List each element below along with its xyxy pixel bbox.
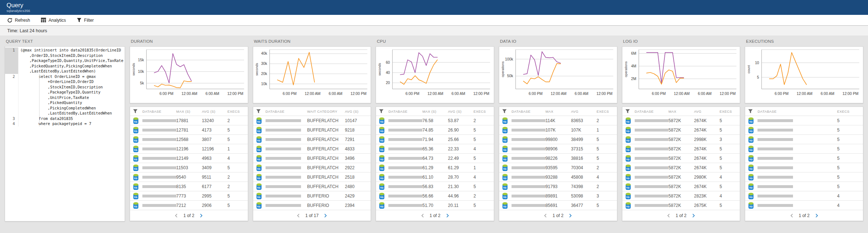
database-sql-label: SQL	[625, 177, 631, 179]
column-header: AVG (S)	[448, 109, 473, 113]
prev-page-button[interactable]	[296, 213, 301, 218]
table-row[interactable]: SQL5	[745, 182, 863, 191]
sql-database-icon: SQL	[256, 202, 262, 209]
database-sql-label: SQL	[502, 196, 508, 198]
table-row[interactable]: SQL89891530983	[499, 191, 617, 200]
cell-value: 3807	[202, 137, 228, 142]
table-row[interactable]: SQL1150334095	[130, 163, 248, 172]
table-row[interactable]: SQL98226388165	[499, 153, 617, 163]
table-row[interactable]: SQL74.8526.905	[376, 125, 494, 134]
cell-value: 38499	[571, 137, 597, 142]
table-row[interactable]: SQL91793743982	[499, 182, 617, 191]
prev-page-button[interactable]	[174, 213, 179, 218]
table-row[interactable]: SQL721229065	[130, 200, 248, 210]
table-row[interactable]: SQL5872K2998K3	[622, 134, 740, 144]
table-row[interactable]: SQLBUFFERLATCH2480	[253, 182, 371, 191]
table-row[interactable]: SQL5	[745, 116, 863, 125]
analytics-button[interactable]: Analytics	[41, 18, 66, 23]
filter-button[interactable]: Filter	[77, 18, 94, 23]
table-row[interactable]: SQL1256838075	[130, 134, 248, 144]
table-row[interactable]: SQL5872K2674K5	[622, 125, 740, 134]
table-row[interactable]: SQL61.1028.704	[376, 172, 494, 182]
table-row[interactable]: SQL5872K2674K5	[622, 182, 740, 191]
table-row[interactable]: SQL56.6644.962	[376, 191, 494, 200]
table-row[interactable]: SQL76.5853.872	[376, 116, 494, 125]
table-row[interactable]: SQL5872K2674K5	[622, 153, 740, 163]
table-filter-icon[interactable]	[256, 109, 266, 113]
cell-value: 3	[719, 137, 736, 142]
table-row[interactable]: SQLBUFFERLATCH2922	[253, 163, 371, 172]
table-row[interactable]: SQL5872K2980K4	[622, 172, 740, 182]
database-cell: SQL	[502, 193, 546, 199]
prev-page-button[interactable]	[667, 213, 671, 218]
table-row[interactable]: SQLBUFFERLATCH3496	[253, 153, 371, 163]
cell-value: 2998K	[694, 137, 720, 142]
refresh-button[interactable]: Refresh	[7, 18, 30, 23]
table-row[interactable]: SQL5872K2675K5	[622, 200, 740, 210]
table-row[interactable]: SQLBUFFERIO2394	[253, 200, 371, 210]
table-row[interactable]: SQLBUFFERIO2429	[253, 191, 371, 200]
next-page-button[interactable]	[568, 213, 572, 218]
code-text: ,PickingCompletedWhen	[18, 105, 125, 111]
next-page-button[interactable]	[691, 213, 696, 218]
table-row[interactable]: SQLBUFFERLATCH9218	[253, 125, 371, 134]
table-row[interactable]: SQL813561772	[130, 182, 248, 191]
database-cell: SQL	[748, 117, 837, 124]
next-page-button[interactable]	[199, 213, 203, 218]
table-filter-icon[interactable]	[625, 109, 635, 113]
table-row[interactable]: SQL5	[745, 125, 863, 134]
table-row[interactable]: SQLBUFFERLATCH7291	[253, 134, 371, 144]
line-chart: 10k20k30k40kseconds6:00 PM12:00 AM6:00 A…	[253, 47, 371, 103]
table-row[interactable]: SQL65.3622.334	[376, 144, 494, 153]
table-row[interactable]: SQL5872K2674K5	[622, 116, 740, 125]
table-row[interactable]: SQL114K836532	[499, 116, 617, 125]
table-row[interactable]: SQL85691364775	[499, 200, 617, 210]
table-row[interactable]: SQL71.9425.665	[376, 134, 494, 144]
table-row[interactable]: SQL51.7020.115	[376, 200, 494, 210]
cell-value: 9540	[176, 175, 202, 180]
database-cell: SQL	[625, 183, 669, 190]
table-row[interactable]: SQL12196121961	[130, 144, 248, 153]
table-row[interactable]: SQL5872K2674K5	[622, 163, 740, 172]
table-row[interactable]: SQLBUFFERLATCH2518	[253, 172, 371, 182]
table-row[interactable]: SQL1214949634	[130, 153, 248, 163]
table-row[interactable]: SQL61.2961.291	[376, 163, 494, 172]
table-row[interactable]: SQL5	[745, 163, 863, 172]
table-row[interactable]: SQL56.8321.305	[376, 182, 494, 191]
table-filter-icon[interactable]	[748, 109, 758, 113]
query-text-editor[interactable]: 1(@max int)insert into data201835(OrderL…	[5, 46, 125, 221]
table-row[interactable]: SQL5	[745, 172, 863, 182]
table-row[interactable]: SQL17881132402	[130, 116, 248, 125]
table-row[interactable]: SQL93595703042	[499, 163, 617, 172]
next-page-button[interactable]	[814, 213, 819, 218]
table-row[interactable]: SQL1278141735	[130, 125, 248, 134]
database-cell: SQL	[502, 117, 546, 124]
table-row[interactable]: SQL5	[745, 153, 863, 163]
next-page-button[interactable]	[445, 213, 450, 218]
database-top	[748, 155, 754, 158]
table-row[interactable]: SQL93288458084	[499, 172, 617, 182]
table-filter-icon[interactable]	[133, 109, 142, 113]
table-row[interactable]: SQL99800384995	[499, 134, 617, 144]
table-filter-icon[interactable]	[379, 109, 388, 113]
table-row[interactable]: SQL5	[745, 134, 863, 144]
table-row[interactable]: SQL954095112	[130, 172, 248, 182]
table-row[interactable]: SQLBUFFERLATCH4833	[253, 144, 371, 153]
prev-page-button[interactable]	[421, 213, 425, 218]
table-row[interactable]: SQL5872K2823K4	[622, 191, 740, 200]
table-filter-icon[interactable]	[502, 109, 512, 113]
prev-page-button[interactable]	[543, 213, 548, 218]
prev-page-button[interactable]	[790, 213, 794, 218]
svg-text:6:00 PM: 6:00 PM	[406, 92, 420, 96]
next-page-button[interactable]	[323, 213, 327, 218]
cell-value: 5	[719, 118, 736, 123]
table-row[interactable]: SQL4	[745, 200, 863, 210]
table-row[interactable]: SQL4	[745, 191, 863, 200]
table-row[interactable]: SQL64.7322.495	[376, 153, 494, 163]
table-row[interactable]: SQL98906373155	[499, 144, 617, 153]
table-row[interactable]: SQL777329955	[130, 191, 248, 200]
table-row[interactable]: SQL5	[745, 144, 863, 153]
table-row[interactable]: SQL107K107K1	[499, 125, 617, 134]
table-row[interactable]: SQL5872K2674K5	[622, 144, 740, 153]
table-row[interactable]: SQLBUFFERLATCH10147	[253, 116, 371, 125]
